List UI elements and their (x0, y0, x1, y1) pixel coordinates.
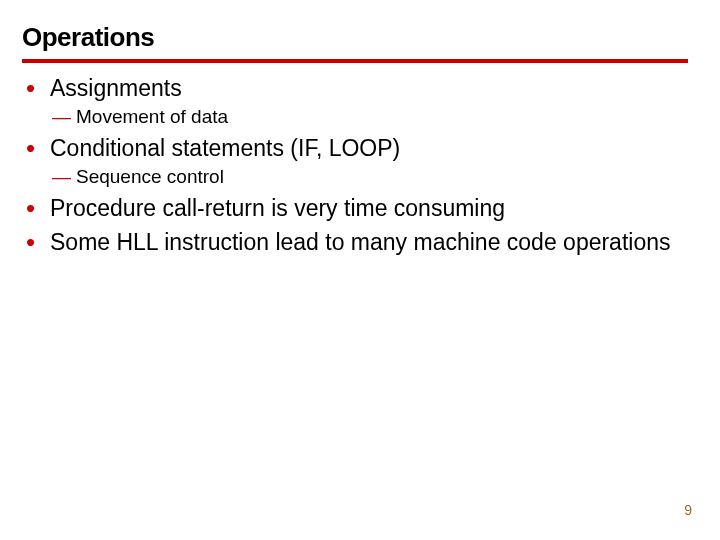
bullet-item: • Some HLL instruction lead to many mach… (24, 227, 688, 257)
bullet-text: Some HLL instruction lead to many machin… (50, 227, 671, 257)
bullet-item: • Assignments (24, 73, 688, 103)
dash-icon: — (52, 165, 76, 189)
slide-content: • Assignments — Movement of data • Condi… (22, 73, 688, 257)
title-underline (22, 59, 688, 63)
bullet-text: Assignments (50, 73, 182, 103)
slide: Operations • Assignments — Movement of d… (0, 0, 720, 540)
sub-item: — Movement of data (52, 105, 688, 129)
bullet-icon: • (24, 193, 50, 223)
sub-text: Movement of data (76, 105, 228, 129)
bullet-icon: • (24, 73, 50, 103)
bullet-icon: • (24, 133, 50, 163)
bullet-item: • Conditional statements (IF, LOOP) (24, 133, 688, 163)
bullet-icon: • (24, 227, 50, 257)
page-number: 9 (684, 502, 692, 518)
dash-icon: — (52, 105, 76, 129)
sub-text: Sequence control (76, 165, 224, 189)
bullet-item: • Procedure call-return is very time con… (24, 193, 688, 223)
bullet-text: Procedure call-return is very time consu… (50, 193, 505, 223)
slide-title: Operations (22, 22, 688, 59)
bullet-text: Conditional statements (IF, LOOP) (50, 133, 400, 163)
sub-item: — Sequence control (52, 165, 688, 189)
